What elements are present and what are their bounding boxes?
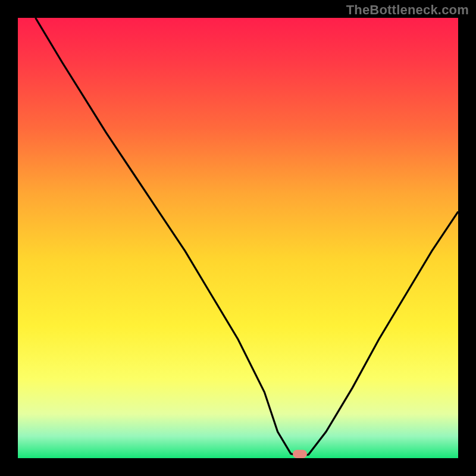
watermark-text: TheBottleneck.com	[346, 2, 469, 18]
curve-path	[36, 18, 458, 456]
bottleneck-curve	[18, 18, 458, 458]
chart-frame: TheBottleneck.com	[0, 0, 476, 476]
optimal-point-marker	[293, 450, 307, 458]
plot-area	[18, 18, 458, 458]
